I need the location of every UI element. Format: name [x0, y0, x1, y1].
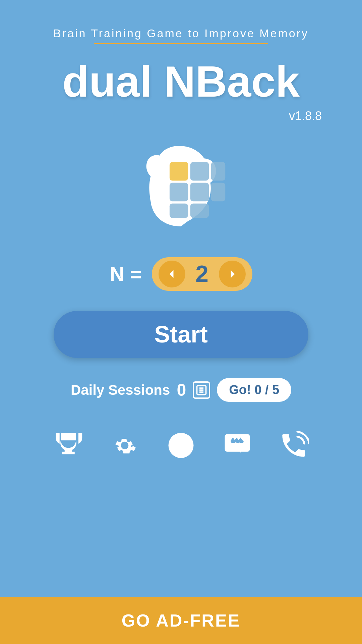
trophy-nav-item[interactable]: [52, 429, 85, 462]
n-label: N =: [110, 263, 141, 286]
ad-banner[interactable]: GO AD-FREE: [0, 597, 362, 644]
session-icon[interactable]: [193, 381, 210, 399]
n-increase-button[interactable]: [219, 261, 246, 287]
app-version: v1.8.8: [289, 109, 322, 123]
svg-rect-1: [190, 162, 209, 180]
svg-rect-6: [170, 204, 188, 218]
daily-sessions-label: Daily Sessions: [71, 382, 170, 398]
brain-icon: [127, 130, 235, 237]
svg-rect-3: [170, 183, 188, 201]
n-decrease-button[interactable]: [159, 261, 185, 287]
svg-rect-5: [211, 183, 226, 201]
settings-nav-item[interactable]: [108, 429, 141, 462]
subtitle-underline: [94, 43, 268, 44]
go-bubble[interactable]: Go! 0 / 5: [217, 378, 291, 402]
ad-banner-text: GO AD-FREE: [122, 610, 241, 631]
phone-nav-item[interactable]: [277, 429, 310, 462]
svg-marker-8: [169, 270, 173, 278]
help-nav-item[interactable]: [164, 429, 198, 462]
n-control: 2: [152, 257, 252, 291]
svg-rect-7: [190, 204, 209, 218]
n-value: 2: [185, 261, 219, 287]
start-button[interactable]: Start: [54, 311, 308, 358]
svg-rect-2: [211, 162, 226, 180]
n-selector: N = 2: [110, 257, 252, 291]
bottom-nav: [20, 422, 342, 469]
app-title: dual NBack: [62, 58, 300, 106]
daily-sessions-count: 0: [177, 380, 186, 400]
svg-point-15: [180, 450, 182, 453]
svg-marker-9: [231, 270, 235, 278]
svg-rect-0: [170, 162, 188, 180]
feedback-nav-item[interactable]: [221, 429, 254, 462]
daily-sessions-row: Daily Sessions 0 Go! 0 / 5: [71, 378, 291, 402]
main-area: Brain Training Game to Improve Memory du…: [0, 0, 362, 597]
app-subtitle: Brain Training Game to Improve Memory: [53, 27, 309, 40]
svg-rect-4: [190, 183, 209, 201]
